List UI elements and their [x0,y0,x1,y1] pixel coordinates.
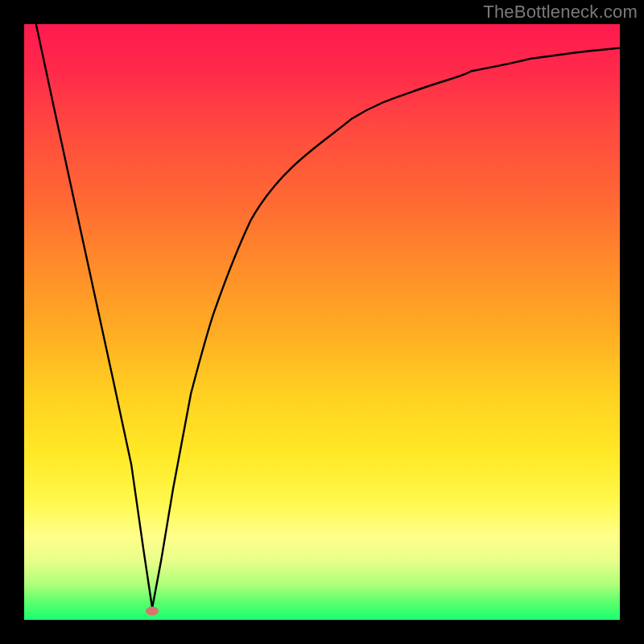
watermark-text: TheBottleneck.com [483,2,638,23]
chart-frame: TheBottleneck.com [0,0,644,644]
plot-area [24,24,620,620]
bottleneck-curve [24,24,620,620]
optimal-point-marker [146,607,159,616]
curve-path [36,24,620,608]
